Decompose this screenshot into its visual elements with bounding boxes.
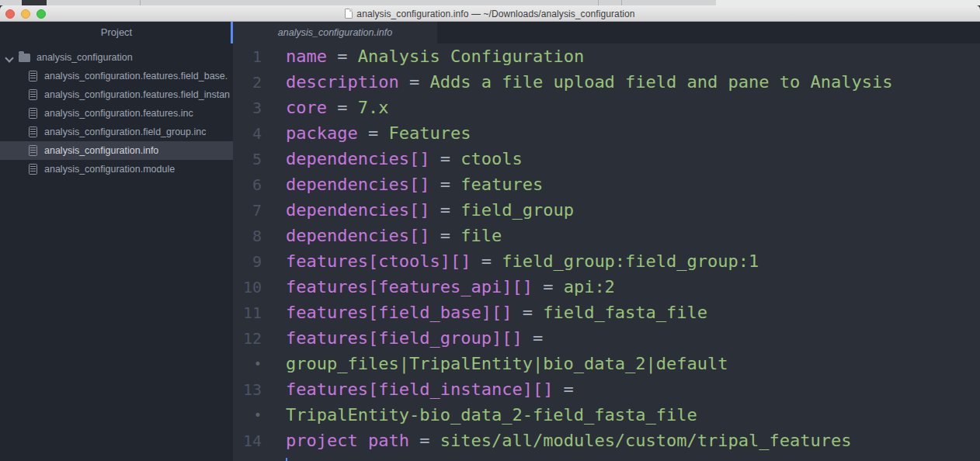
code-line-text: features[field_instance][] = [273, 380, 574, 399]
title-wrap: analysis_configuration.info — ~/Download… [0, 5, 980, 22]
code-segment: = [409, 431, 440, 450]
code-line[interactable]: 7 dependencies[] = field_group [233, 197, 980, 223]
tree-item-label: analysis_configuration.features.field_in… [44, 89, 230, 100]
line-number[interactable]: 8 [233, 227, 273, 245]
tree-root-folder[interactable]: analysis_configuration [0, 48, 233, 67]
code-line[interactable]: 15 [233, 453, 980, 461]
code-line[interactable]: 8 dependencies[] = file [233, 223, 980, 248]
text-cursor [286, 458, 287, 461]
tree-item[interactable]: analysis_configuration.features.inc [0, 104, 233, 123]
code-segment: features[field_base][] [286, 303, 512, 322]
code-segment: dependencies[] [286, 149, 429, 168]
line-number[interactable]: 9 [233, 252, 273, 271]
code-line[interactable]: 11 features[field_base][] = field_fasta_… [233, 300, 980, 325]
tree-item[interactable]: analysis_configuration.features.field_ba… [0, 67, 233, 85]
tree-item-label: analysis_configuration.module [44, 164, 175, 175]
line-number[interactable]: 7 [233, 201, 273, 220]
line-number[interactable]: 2 [233, 73, 273, 92]
code-line-text: features[ctools][] = field_group:field_g… [273, 251, 759, 271]
file-wrap: analysis_configuration.features.field_ba… [29, 71, 228, 81]
code-line[interactable]: 2 description = Adds a file upload field… [233, 69, 980, 95]
main-area: Project analysis_configuration analysis_… [0, 22, 980, 461]
code-line-text: dependencies[] = field_group [273, 200, 574, 220]
code-segment: = [429, 175, 460, 194]
file-wrap: analysis_configuration.features.inc [29, 108, 193, 119]
sidebar-header: Project [0, 22, 233, 43]
file-wrap: analysis_configuration.field_group.inc [29, 127, 206, 137]
code-line[interactable]: 1 name = Analysis Configuration [233, 43, 980, 69]
project-sidebar[interactable]: Project analysis_configuration analysis_… [0, 22, 233, 461]
code-line[interactable]: 12 features[field_group][] = [233, 325, 980, 351]
line-number[interactable]: 12 [233, 329, 273, 348]
code-line-text: dependencies[] = file [273, 226, 502, 245]
tab-analysis-configuration-info[interactable]: analysis_configuration.info [233, 22, 437, 43]
code-editor[interactable]: 1 name = Analysis Configuration 2 descri… [233, 43, 980, 461]
code-line-text: description = Adds a file upload field a… [273, 72, 892, 92]
line-number[interactable]: 5 [233, 150, 273, 168]
code-line[interactable]: 3 core = 7.x [233, 95, 980, 120]
background-window-dark-segment [22, 0, 47, 5]
code-segment: dependencies[] [286, 175, 429, 194]
code-line-text: features[features_api][] = api:2 [273, 277, 615, 296]
line-number[interactable]: • [233, 356, 273, 372]
tree-item[interactable]: analysis_configuration.info [0, 141, 233, 160]
code-line-text: core = 7.x [273, 98, 388, 117]
line-number[interactable]: • [233, 407, 273, 423]
background-window-divider [140, 0, 141, 5]
code-segment: group_files|TripalEntity|bio_data_2|defa… [286, 354, 728, 373]
background-window-divider [621, 0, 622, 5]
code-segment: description [286, 72, 399, 92]
line-number[interactable]: 4 [233, 124, 273, 143]
code-line[interactable]: 13 features[field_instance][] = [233, 376, 980, 402]
code-line[interactable]: 5 dependencies[] = ctools [233, 146, 980, 172]
code-line[interactable]: • TripalEntity-bio_data_2-field_fasta_fi… [233, 402, 980, 428]
code-line-text: dependencies[] = features [273, 175, 543, 194]
chevron-down-icon[interactable] [6, 54, 12, 61]
folder-icon [19, 54, 30, 62]
code-segment: = [471, 251, 502, 271]
code-segment: name [286, 47, 327, 66]
code-segment: dependencies[] [286, 200, 429, 220]
line-number[interactable]: 14 [233, 432, 273, 450]
line-number[interactable]: 3 [233, 99, 273, 117]
code-segment: sites/all/modules/custom/tripal_features [440, 431, 852, 450]
code-line-text: project path = sites/all/modules/custom/… [273, 431, 852, 450]
file-wrap: analysis_configuration.info [29, 145, 158, 156]
code-segment: Features [388, 123, 471, 143]
file-icon [29, 108, 37, 119]
line-number[interactable]: 10 [233, 278, 273, 296]
code-segment: features [460, 175, 543, 194]
tree-item[interactable]: analysis_configuration.module [0, 160, 233, 179]
tree-item-label: analysis_configuration.info [44, 145, 158, 156]
line-number[interactable]: 1 [233, 47, 273, 66]
code-line[interactable]: 9 features[ctools][] = field_group:field… [233, 248, 980, 274]
tree-item[interactable]: analysis_configuration.features.field_in… [0, 85, 233, 104]
code-segment: api:2 [564, 277, 615, 296]
line-number[interactable]: 13 [233, 380, 273, 399]
line-number[interactable]: 11 [233, 303, 273, 322]
tree-item-label: analysis_configuration.field_group.inc [44, 127, 206, 137]
code-line-text: features[field_base][] = field_fasta_fil… [273, 303, 707, 322]
code-segment: = [533, 277, 564, 296]
code-segment: features[field_group][] [286, 328, 523, 348]
code-line[interactable]: • group_files|TripalEntity|bio_data_2|de… [233, 351, 980, 376]
code-segment: file [460, 226, 502, 245]
file-wrap: analysis_configuration.module [29, 164, 175, 175]
code-line-text: features[field_group][] = [273, 328, 543, 348]
code-line[interactable]: 4 package = Features [233, 120, 980, 146]
code-line[interactable]: 14 project path = sites/all/modules/cust… [233, 428, 980, 453]
titlebar: analysis_configuration.info — ~/Download… [0, 5, 980, 22]
code-segment: = [327, 98, 358, 117]
code-segment: Adds a file upload field and pane to Ana… [429, 72, 892, 92]
line-number[interactable]: 15 [233, 457, 273, 461]
line-number[interactable]: 6 [233, 175, 273, 194]
code-line[interactable]: 10 features[features_api][] = api:2 [233, 274, 980, 300]
code-segment: TripalEntity-bio_data_2-field_fasta_file [286, 405, 697, 425]
code-segment: field_fasta_file [543, 303, 707, 322]
code-segment: package [286, 123, 358, 143]
code-line-text: TripalEntity-bio_data_2-field_fasta_file [273, 405, 697, 425]
file-wrap: analysis_configuration.features.field_in… [29, 89, 230, 100]
file-icon [29, 145, 37, 156]
code-line[interactable]: 6 dependencies[] = features [233, 172, 980, 197]
tree-item[interactable]: analysis_configuration.field_group.inc [0, 123, 233, 141]
